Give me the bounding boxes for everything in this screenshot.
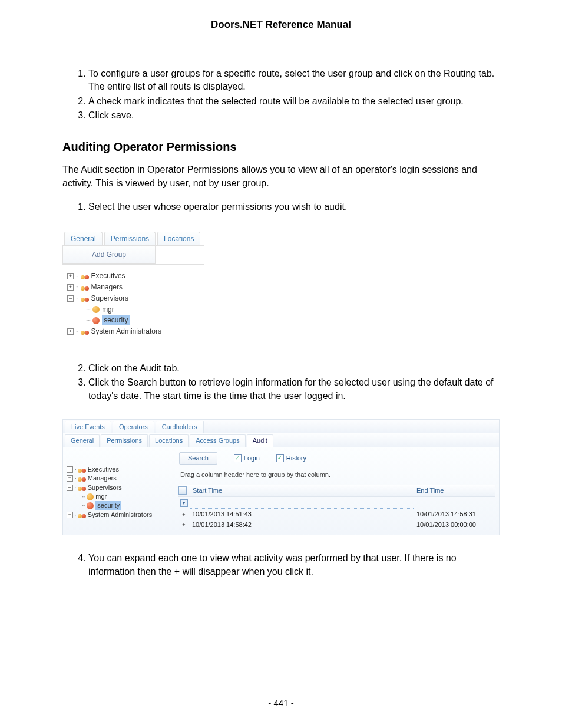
user-icon bbox=[87, 502, 94, 509]
tree-node-security[interactable]: ··· security bbox=[67, 501, 171, 510]
tree-node-mgr[interactable]: ··· mgr bbox=[67, 492, 171, 501]
tree-connector: ···· bbox=[86, 305, 90, 314]
doc-title: Doors.NET Reference Manual bbox=[62, 18, 500, 32]
checkbox-icon: ✓ bbox=[276, 454, 284, 462]
tree-connector: ·· bbox=[76, 328, 78, 336]
tree-node-managers[interactable]: + · Managers bbox=[67, 474, 171, 483]
tree-label: Supervisors bbox=[88, 483, 122, 492]
intro-list: To configure a user groups for a specifi… bbox=[62, 67, 500, 123]
page-number: - 441 - bbox=[0, 697, 562, 709]
expand-icon[interactable]: + bbox=[67, 512, 73, 518]
tree-connector: · bbox=[75, 511, 76, 519]
steps-list-b: Click on the Audit tab. Click the Search… bbox=[62, 362, 500, 403]
left-tree-panel: + · Executives + · Managers – · Supervis… bbox=[63, 447, 174, 535]
sub-tab-strip: General Permissions Locations Access Gro… bbox=[63, 433, 499, 447]
step-4: You can expand each one to view what act… bbox=[88, 552, 500, 578]
group-icon bbox=[81, 328, 89, 335]
user-icon bbox=[92, 317, 100, 324]
expand-icon[interactable]: + bbox=[67, 284, 74, 291]
subtab-general[interactable]: General bbox=[65, 434, 100, 446]
cell-end-time: 10/01/2013 00:00:00 bbox=[414, 520, 495, 530]
filter-start[interactable]: – bbox=[190, 497, 414, 509]
tree-connector: · bbox=[75, 483, 76, 492]
cell-start-time: 10/01/2013 14:58:42 bbox=[190, 520, 414, 530]
audit-toolbar: Search ✓ Login ✓ History bbox=[179, 452, 495, 465]
collapse-icon[interactable]: – bbox=[67, 295, 74, 302]
grid-filter-row[interactable]: ▾ – – bbox=[178, 497, 495, 509]
group-icon bbox=[78, 475, 86, 482]
tab-permissions[interactable]: Permissions bbox=[104, 232, 156, 246]
tree-connector: · bbox=[75, 466, 76, 474]
checkbox-label: History bbox=[286, 454, 306, 463]
tree-node-supervisors[interactable]: – · Supervisors bbox=[67, 483, 171, 492]
tab-operators[interactable]: Operators bbox=[113, 421, 154, 433]
section-intro: The Audit section in Operator Permission… bbox=[62, 163, 500, 190]
group-by-hint[interactable]: Drag a column header here to group by th… bbox=[178, 469, 495, 484]
grid-row[interactable]: + 10/01/2013 14:51:43 10/01/2013 14:58:3… bbox=[178, 509, 495, 519]
tree-node-sysadmins[interactable]: + ·· System Administrators bbox=[67, 326, 200, 337]
tree-connector: ·· bbox=[76, 272, 78, 281]
tab-cardholders[interactable]: Cardholders bbox=[156, 421, 204, 433]
cell-start-time: 10/01/2013 14:51:43 bbox=[190, 509, 414, 519]
tab-general[interactable]: General bbox=[64, 232, 103, 246]
tree-node-executives[interactable]: + · Executives bbox=[67, 465, 171, 474]
tree-node-sysadmins[interactable]: + · System Administrators bbox=[67, 510, 171, 519]
screenshot-audit-grid: Live Events Operators Cardholders Genera… bbox=[62, 419, 500, 535]
login-checkbox[interactable]: ✓ Login bbox=[234, 454, 260, 463]
add-group-button[interactable]: Add Group bbox=[62, 246, 156, 264]
tree-label-selected: security bbox=[95, 501, 121, 510]
tree-label: Executives bbox=[91, 271, 125, 281]
step-1: Select the user whose operator permissio… bbox=[88, 200, 500, 213]
tree-connector: ···· bbox=[86, 317, 90, 325]
search-button[interactable]: Search bbox=[179, 452, 217, 465]
tree-connector: · bbox=[75, 475, 76, 483]
subtab-access-groups[interactable]: Access Groups bbox=[190, 434, 246, 446]
expand-icon[interactable]: + bbox=[181, 512, 187, 518]
group-icon bbox=[78, 485, 86, 491]
checkbox-icon: ✓ bbox=[234, 454, 242, 462]
screenshot-operator-tree: General Permissions Locations Add Group … bbox=[62, 230, 204, 345]
filter-end[interactable]: – bbox=[414, 497, 495, 509]
group-icon bbox=[78, 512, 86, 518]
tree-label: System Administrators bbox=[91, 327, 161, 337]
expand-icon[interactable]: + bbox=[67, 328, 74, 335]
col-start-time[interactable]: Start Time bbox=[190, 485, 414, 496]
expand-icon[interactable]: + bbox=[181, 522, 187, 528]
top-tab-strip: Live Events Operators Cardholders bbox=[63, 420, 499, 433]
expand-icon[interactable]: + bbox=[67, 273, 74, 279]
tree-node-executives[interactable]: + ·· Executives bbox=[67, 271, 200, 282]
intro-item-1: To configure a user groups for a specifi… bbox=[88, 67, 500, 94]
expand-icon[interactable]: + bbox=[67, 475, 73, 482]
tree-connector: ··· bbox=[82, 502, 85, 510]
tree-node-mgr[interactable]: ···· mgr bbox=[67, 304, 200, 315]
grid-row[interactable]: + 10/01/2013 14:58:42 10/01/2013 00:00:0… bbox=[178, 520, 495, 530]
group-icon bbox=[81, 273, 89, 279]
collapse-icon[interactable]: – bbox=[67, 485, 73, 491]
step-3: Click the Search button to retrieve logi… bbox=[88, 376, 500, 403]
group-icon bbox=[81, 295, 89, 302]
tree-node-managers[interactable]: + ·· Managers bbox=[67, 282, 200, 293]
col-end-time[interactable]: End Time bbox=[414, 485, 495, 496]
filter-icon[interactable]: ▾ bbox=[180, 499, 188, 507]
tree-label: mgr bbox=[102, 305, 114, 315]
tree-label: Managers bbox=[91, 282, 123, 292]
tree-label: Supervisors bbox=[91, 294, 128, 304]
subtab-audit[interactable]: Audit bbox=[247, 434, 273, 446]
tab-strip: General Permissions Locations bbox=[62, 230, 204, 246]
history-checkbox[interactable]: ✓ History bbox=[276, 454, 306, 463]
subtab-permissions[interactable]: Permissions bbox=[101, 434, 148, 446]
tree-node-supervisors[interactable]: – ·· Supervisors bbox=[67, 293, 200, 304]
tree-label: mgr bbox=[95, 492, 107, 501]
cell-end-time: 10/01/2013 14:58:31 bbox=[414, 509, 495, 519]
tab-live-events[interactable]: Live Events bbox=[65, 421, 111, 433]
expand-icon[interactable]: + bbox=[67, 466, 73, 473]
user-icon bbox=[87, 493, 94, 500]
subtab-locations[interactable]: Locations bbox=[149, 434, 189, 446]
tree-node-security[interactable]: ···· security bbox=[67, 315, 200, 326]
checkbox-label: Login bbox=[244, 454, 260, 463]
steps-list-a: Select the user whose operator permissio… bbox=[62, 200, 500, 213]
group-icon bbox=[81, 284, 89, 291]
calendar-icon bbox=[178, 486, 187, 495]
tab-locations[interactable]: Locations bbox=[157, 232, 200, 246]
intro-item-2: A check mark indicates that the selected… bbox=[88, 95, 500, 108]
